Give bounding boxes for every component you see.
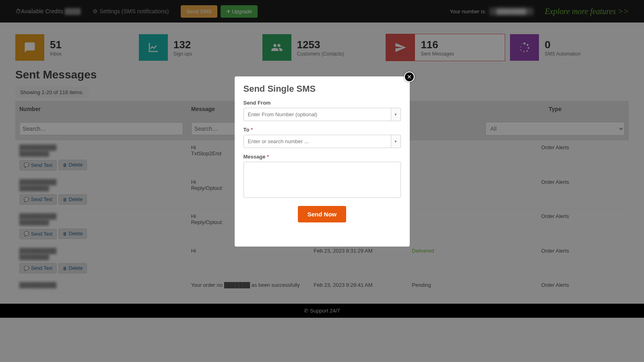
send-from-input[interactable] xyxy=(244,108,391,121)
send-sms-modal: ✕ Send Single SMS Send From ▼ To * ▼ Mes… xyxy=(235,76,410,247)
to-input[interactable] xyxy=(244,135,391,148)
modal-title: Send Single SMS xyxy=(244,84,401,94)
close-icon[interactable]: ✕ xyxy=(404,72,415,82)
chevron-down-icon[interactable]: ▼ xyxy=(391,108,401,121)
chevron-down-icon[interactable]: ▼ xyxy=(391,135,401,148)
send-from-label: Send From xyxy=(244,100,401,106)
send-now-button[interactable]: Send Now xyxy=(298,206,347,222)
to-label: To * xyxy=(244,127,401,133)
modal-overlay[interactable]: ✕ Send Single SMS Send From ▼ To * ▼ Mes… xyxy=(0,0,644,362)
message-label: Message * xyxy=(244,154,401,160)
message-textarea[interactable] xyxy=(244,162,401,198)
